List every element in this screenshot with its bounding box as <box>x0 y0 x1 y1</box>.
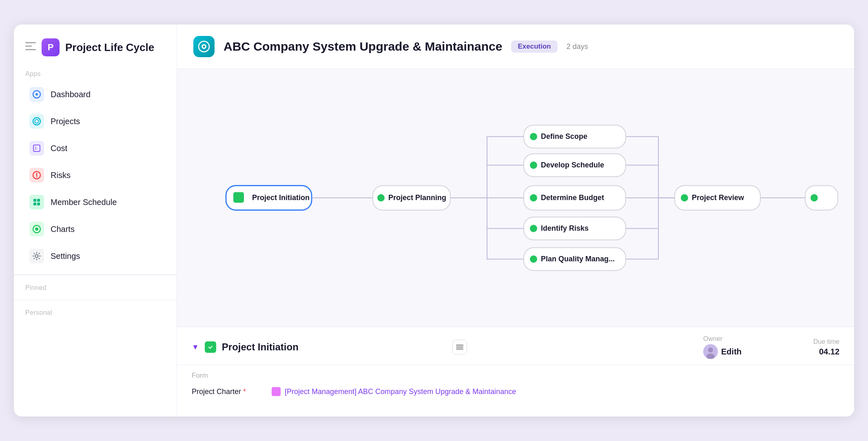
sidebar-divider-2 <box>14 300 177 301</box>
panel-due-section: Due time 04.12 <box>790 338 839 356</box>
svg-rect-25 <box>456 349 463 350</box>
pinned-section-label: Pinned <box>14 280 177 295</box>
member-schedule-icon <box>29 195 44 209</box>
node-project-review-dot <box>681 194 688 202</box>
form-field-label: Project Charter * <box>192 388 265 396</box>
svg-rect-0 <box>25 42 36 43</box>
sidebar-divider-1 <box>14 274 177 275</box>
form-field-value: [Project Management] ABC Company System … <box>272 387 516 396</box>
panel-owner-value: Edith <box>703 344 785 359</box>
required-star: * <box>243 388 246 396</box>
sidebar-item-projects[interactable]: Projects <box>18 109 173 134</box>
apps-section-label: Apps <box>14 66 177 81</box>
node-project-review-label: Project Review <box>692 194 744 202</box>
svg-point-16 <box>35 227 38 231</box>
dashboard-icon <box>29 87 44 102</box>
svg-rect-24 <box>456 347 463 348</box>
app-container: P Project Life Cycle Apps Dashboard Proj… <box>14 24 854 416</box>
member-schedule-label: Member Schedule <box>51 198 117 207</box>
sidebar-item-dashboard[interactable]: Dashboard <box>18 82 173 107</box>
panel-list-button[interactable] <box>452 340 467 354</box>
projects-label: Projects <box>51 117 80 126</box>
owner-name: Edith <box>721 347 742 356</box>
charts-icon <box>29 222 44 236</box>
panel-owner-section: Owner Edith <box>703 335 785 359</box>
sidebar-item-cost[interactable]: Cost <box>18 136 173 161</box>
bottom-panel: ▼ Project Initiation Owner <box>177 327 854 416</box>
panel-status-icon <box>205 341 216 353</box>
node-project-planning-label: Project Planning <box>388 194 446 202</box>
svg-point-10 <box>36 177 37 178</box>
svg-rect-14 <box>37 203 40 205</box>
node-identify-risks-dot <box>530 225 537 232</box>
svg-point-17 <box>35 255 38 258</box>
svg-rect-11 <box>33 199 36 202</box>
svg-point-6 <box>35 120 39 123</box>
node-define-scope-label: Define Scope <box>541 132 587 140</box>
svg-rect-7 <box>33 145 40 151</box>
header-title: ABC Company System Upgrade & Maintainanc… <box>224 40 502 53</box>
sidebar-item-settings[interactable]: Settings <box>18 243 173 269</box>
node-next-dot <box>810 194 818 202</box>
sidebar-item-member-schedule[interactable]: Member Schedule <box>18 189 173 215</box>
svg-rect-21 <box>233 192 244 203</box>
header-logo-icon <box>193 36 215 57</box>
charts-label: Charts <box>51 225 75 234</box>
node-plan-quality-dot <box>530 256 537 263</box>
settings-label: Settings <box>51 252 80 261</box>
panel-title: Project Initiation <box>222 341 447 353</box>
svg-rect-23 <box>456 345 463 346</box>
node-develop-schedule-dot <box>530 162 537 169</box>
panel-form-row: Project Charter * [Project Management] A… <box>192 384 839 399</box>
panel-body: Form Project Charter * [Project Manageme… <box>177 365 854 406</box>
node-next[interactable] <box>805 186 838 210</box>
node-define-scope-dot <box>530 133 537 140</box>
sidebar-logo: P <box>42 38 60 56</box>
personal-section-label: Personal <box>14 305 177 320</box>
sidebar-header: P Project Life Cycle <box>14 24 177 66</box>
cost-label: Cost <box>51 144 67 153</box>
risks-icon <box>29 168 44 183</box>
dashboard-label: Dashboard <box>51 90 91 99</box>
svg-rect-1 <box>25 46 32 47</box>
header-badge: Execution <box>511 40 557 53</box>
svg-point-4 <box>35 93 38 96</box>
form-value-color-icon <box>272 387 281 396</box>
form-value-link[interactable]: [Project Management] ABC Company System … <box>285 388 516 396</box>
projects-icon <box>29 114 44 129</box>
main-header: ABC Company System Upgrade & Maintainanc… <box>177 24 854 69</box>
panel-header: ▼ Project Initiation Owner <box>177 327 854 365</box>
svg-rect-22 <box>207 344 214 350</box>
node-plan-quality-label: Plan Quality Manag... <box>541 255 615 263</box>
panel-form-label: Form <box>192 372 839 380</box>
svg-rect-12 <box>37 199 40 202</box>
node-identify-risks-label: Identify Risks <box>541 224 589 232</box>
main-content: ABC Company System Upgrade & Maintainanc… <box>177 24 854 416</box>
panel-owner-label: Owner <box>703 335 785 343</box>
node-determine-budget-dot <box>530 194 537 202</box>
sidebar-item-risks[interactable]: Risks <box>18 163 173 188</box>
risks-label: Risks <box>51 171 71 180</box>
svg-point-27 <box>708 347 713 352</box>
header-days: 2 days <box>567 42 588 51</box>
node-develop-schedule-label: Develop Schedule <box>541 161 604 169</box>
menu-icon[interactable] <box>25 42 36 53</box>
panel-due-value: 04.12 <box>790 347 839 356</box>
panel-due-label: Due time <box>790 338 839 345</box>
sidebar-title: Project Life Cycle <box>65 41 154 54</box>
node-determine-budget-label: Determine Budget <box>541 194 604 202</box>
owner-avatar <box>703 344 718 359</box>
svg-point-20 <box>203 46 205 48</box>
node-project-planning-dot <box>377 194 385 202</box>
svg-point-5 <box>33 118 40 125</box>
cost-icon <box>29 141 44 156</box>
node-project-initiation-label: Project Initiation <box>252 194 310 202</box>
settings-icon <box>29 249 44 263</box>
svg-rect-2 <box>25 49 36 50</box>
svg-rect-13 <box>33 203 36 205</box>
sidebar-item-charts[interactable]: Charts <box>18 216 173 242</box>
panel-chevron-icon[interactable]: ▼ <box>192 343 199 352</box>
flow-svg: Project Initiation Project Planning Defi… <box>177 69 854 327</box>
sidebar: P Project Life Cycle Apps Dashboard Proj… <box>14 24 177 416</box>
flow-diagram-area: Project Initiation Project Planning Defi… <box>177 69 854 327</box>
